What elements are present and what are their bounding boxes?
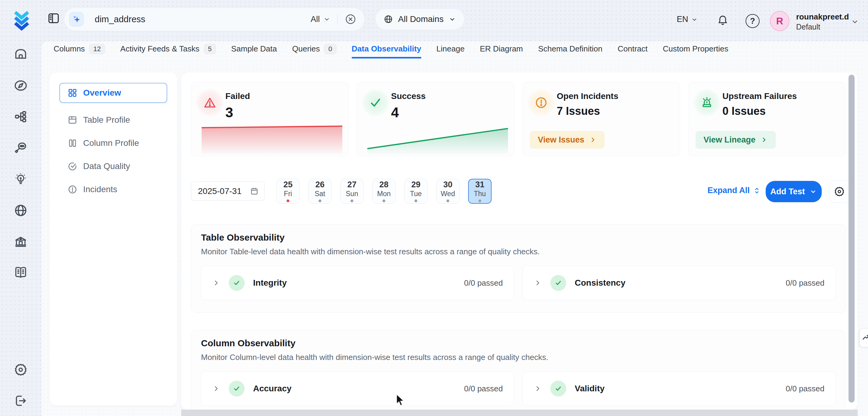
- observability-lens-icon[interactable]: [13, 140, 28, 155]
- failed-card[interactable]: Failed 3: [191, 82, 349, 156]
- help-icon[interactable]: ?: [746, 14, 760, 28]
- tab-badge: 5: [204, 44, 216, 54]
- bottom-scroll-strip[interactable]: [181, 410, 858, 416]
- nav-item-column-profile[interactable]: Column Profile: [59, 132, 167, 155]
- vertical-scrollbar[interactable]: [848, 75, 855, 403]
- success-trend-sparkline: [367, 123, 508, 154]
- global-search-bar[interactable]: dim_address All: [64, 7, 365, 31]
- check-circle-icon: [229, 381, 245, 396]
- domains-globe-icon[interactable]: [13, 203, 28, 218]
- tab-queries[interactable]: Queries0: [292, 41, 336, 59]
- tab-columns[interactable]: Columns12: [54, 41, 105, 59]
- globe-icon: [383, 14, 393, 24]
- sidebar-toggle-icon[interactable]: [46, 10, 62, 26]
- data-quality-icon: [67, 161, 78, 171]
- tab-activity-feeds[interactable]: Activity Feeds & Tasks5: [120, 41, 216, 59]
- day-chip-30[interactable]: 30Wed: [436, 179, 460, 204]
- insights-bulb-icon[interactable]: [13, 172, 28, 187]
- dimension-card-integrity[interactable]: Integrity 0/0 passed: [201, 265, 514, 300]
- test-settings-button[interactable]: [829, 180, 850, 203]
- day-chip-27[interactable]: 27Sun: [340, 179, 364, 204]
- settings-gear-icon[interactable]: [13, 362, 28, 377]
- check-icon: [362, 89, 389, 116]
- status-dot: [478, 199, 481, 202]
- add-test-button[interactable]: Add Test: [766, 181, 822, 202]
- dimension-result: 0/0 passed: [464, 384, 503, 393]
- nav-label: Incidents: [83, 185, 117, 194]
- clear-search-icon[interactable]: [344, 13, 356, 25]
- domains-selector[interactable]: All Domains: [375, 8, 464, 30]
- warning-triangle-icon: [196, 89, 223, 116]
- tab-sample-data[interactable]: Sample Data: [231, 41, 277, 59]
- status-dot: [350, 199, 353, 202]
- home-icon[interactable]: [13, 47, 28, 62]
- success-card[interactable]: Success 4: [356, 82, 515, 156]
- siren-icon: [693, 89, 721, 116]
- nav-item-overview[interactable]: Overview: [59, 83, 167, 103]
- expand-row-icon[interactable]: [212, 385, 220, 392]
- date-picker[interactable]: 2025-07-31: [191, 182, 265, 201]
- user-menu[interactable]: rounakpreet.d Default: [796, 12, 849, 31]
- day-chip-31-selected[interactable]: 31Thu: [468, 179, 492, 204]
- tab-data-observability[interactable]: Data Observability: [352, 41, 421, 59]
- language-selector[interactable]: EN: [677, 14, 698, 24]
- notifications-bell-icon[interactable]: [716, 14, 729, 27]
- tab-er-diagram[interactable]: ER Diagram: [480, 41, 523, 59]
- data-observability-page: dim_address All All Domains EN: [0, 0, 868, 416]
- expand-row-icon[interactable]: [212, 279, 220, 287]
- top-bar: dim_address All All Domains EN: [0, 0, 868, 41]
- explore-compass-icon[interactable]: [13, 78, 28, 93]
- day-chip-25[interactable]: 25Fri: [276, 179, 300, 204]
- search-scope-dropdown[interactable]: All: [311, 14, 331, 24]
- avatar[interactable]: R: [770, 11, 789, 31]
- observability-nav-panel: Overview Table Profile Column Profile Da…: [50, 72, 177, 406]
- dimension-name: Accuracy: [253, 384, 291, 393]
- chevron-down-icon: [809, 188, 817, 195]
- table-observability-section: Table Observability Monitor Table-level …: [191, 224, 846, 313]
- column-observability-section: Column Observability Monitor Column-leve…: [191, 330, 846, 410]
- dimension-card-accuracy[interactable]: Accuracy 0/0 passed: [201, 371, 514, 406]
- lineage-network-icon[interactable]: [13, 109, 28, 124]
- nav-item-incidents[interactable]: Incidents: [59, 178, 167, 201]
- language-label: EN: [677, 14, 688, 24]
- status-dot: [318, 199, 321, 202]
- logout-icon[interactable]: [13, 393, 28, 408]
- day-selector: 25Fri 26Sat 27Sun 28Mon 29Tue 30Wed 31Th…: [276, 179, 492, 204]
- dimension-result: 0/0 passed: [464, 278, 503, 288]
- search-input[interactable]: dim_address: [95, 14, 145, 24]
- observability-main-panel: Failed 3 Success 4: [181, 72, 858, 410]
- nav-item-table-profile[interactable]: Table Profile: [59, 108, 167, 132]
- tab-custom-properties[interactable]: Custom Properties: [663, 41, 728, 59]
- tab-badge: 0: [324, 44, 336, 54]
- day-chip-28[interactable]: 28Mon: [372, 179, 396, 204]
- view-issues-button[interactable]: View Issues: [530, 131, 604, 149]
- view-lineage-button[interactable]: View Lineage: [695, 131, 776, 149]
- tab-schema-definition[interactable]: Schema Definition: [538, 41, 602, 59]
- avatar-initial: R: [776, 15, 783, 27]
- dimension-card-validity[interactable]: Validity 0/0 passed: [523, 371, 836, 406]
- status-dot: [446, 199, 449, 202]
- upstream-failures-card[interactable]: Upstream Failures 0 Issues View Lineage: [688, 82, 846, 156]
- nav-item-data-quality[interactable]: Data Quality: [59, 155, 167, 178]
- govern-bank-icon[interactable]: [13, 234, 28, 249]
- dimension-result: 0/0 passed: [786, 384, 825, 393]
- right-edge-panel-button[interactable]: [860, 328, 868, 347]
- dimension-card-consistency[interactable]: Consistency 0/0 passed: [523, 265, 836, 300]
- section-subtitle: Monitor Table-level data health with dim…: [201, 247, 836, 256]
- day-chip-29[interactable]: 29Tue: [404, 179, 428, 204]
- open-incidents-card[interactable]: Open Incidents 7 Issues View Issues: [522, 82, 680, 156]
- tab-lineage[interactable]: Lineage: [436, 41, 465, 59]
- expand-row-icon[interactable]: [534, 385, 542, 392]
- user-name: rounakpreet.d: [796, 12, 849, 22]
- expand-all-button[interactable]: Expand All: [708, 186, 761, 195]
- entity-tabs: Columns12 Activity Feeds & Tasks5 Sample…: [41, 41, 728, 59]
- section-title: Table Observability: [201, 232, 836, 243]
- app-logo-icon[interactable]: [11, 6, 32, 31]
- expand-row-icon[interactable]: [534, 279, 542, 287]
- chevron-right-icon: [589, 136, 597, 143]
- glossary-book-icon[interactable]: [13, 265, 28, 280]
- chevron-down-icon[interactable]: [850, 17, 860, 26]
- day-chip-26[interactable]: 26Sat: [308, 179, 332, 204]
- tab-contract[interactable]: Contract: [618, 41, 648, 59]
- dimension-name: Validity: [575, 384, 604, 393]
